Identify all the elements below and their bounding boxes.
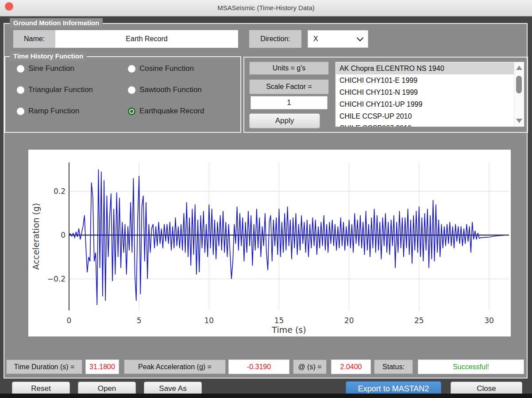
list-item[interactable]: CHILE CCSP007 2010 — [336, 122, 514, 127]
direction-select[interactable]: X — [308, 30, 368, 48]
record-list: AK Chopra ELCENTRO NS 1940CHICHI CHY101-… — [336, 62, 514, 126]
time-duration-label: Time Duration (s) = — [6, 359, 82, 374]
name-label: Name: — [13, 30, 55, 48]
radio-unselected-icon[interactable] — [17, 108, 24, 115]
radio-option-cosine-function[interactable]: Cosine Function — [128, 64, 239, 73]
direction-label: Direction: — [249, 30, 301, 48]
svg-text:0: 0 — [61, 231, 66, 240]
scale-factor-label: Scale Factor = — [249, 79, 329, 94]
svg-text:Acceleration (g): Acceleration (g) — [31, 203, 41, 270]
scale-factor-input[interactable] — [251, 96, 328, 109]
radio-option-earthquake-record[interactable]: Earthquake Record — [128, 107, 239, 116]
svg-text:0.2: 0.2 — [54, 187, 66, 196]
peak-acceleration-value: -0.3190 — [228, 359, 289, 374]
at-seconds-value: 2.0400 — [331, 359, 371, 374]
radio-option-sawtooth-function[interactable]: Sawtooth Function — [128, 85, 239, 94]
radio-unselected-icon[interactable] — [128, 65, 135, 73]
record-listbox: AK Chopra ELCENTRO NS 1940CHICHI CHY101-… — [335, 62, 524, 127]
direction-selected-value: X — [313, 35, 318, 43]
record-list-scrollbar[interactable] — [514, 62, 524, 126]
units-label: Units = g's — [249, 62, 329, 75]
name-input[interactable] — [55, 30, 238, 48]
chevron-down-icon — [357, 34, 364, 41]
svg-text:5: 5 — [137, 316, 142, 325]
window-bottom-edge — [0, 394, 532, 398]
time-duration-value: 31.1800 — [85, 359, 119, 374]
radio-option-ramp-function[interactable]: Ramp Function — [17, 107, 128, 116]
list-item[interactable]: CHICHI CHY101-N 1999 — [336, 86, 514, 98]
function-options: Sine FunctionCosine FunctionTriangular F… — [17, 58, 239, 122]
scrollbar-thumb[interactable] — [516, 76, 522, 93]
radio-option-label: Sine Function — [28, 64, 74, 73]
at-seconds-label: @ (s) = — [293, 359, 327, 374]
scroll-down-icon[interactable] — [516, 119, 522, 123]
list-item[interactable]: CHICHI CHY101-E 1999 — [336, 74, 514, 86]
radio-option-label: Triangular Function — [28, 85, 93, 94]
radio-unselected-icon[interactable] — [128, 86, 135, 94]
acceleration-time-chart: 0510152025300.20−0.2Acceleration (g)Time… — [28, 150, 511, 336]
ground-motion-legend: Ground Motion Information — [10, 18, 103, 28]
radio-unselected-icon[interactable] — [17, 86, 24, 94]
svg-text:−0.2: −0.2 — [47, 274, 66, 283]
svg-text:Time (s): Time (s) — [271, 325, 306, 335]
apply-button[interactable]: Apply — [249, 113, 320, 128]
list-item[interactable]: CHICHI CHY101-UP 1999 — [336, 98, 514, 110]
radio-option-label: Cosine Function — [139, 64, 194, 73]
svg-text:20: 20 — [344, 316, 354, 325]
close-window-button[interactable] — [5, 2, 13, 11]
window-title: MSASeismic (Time-History Data) — [0, 0, 532, 16]
radio-option-label: Earthquake Record — [139, 107, 204, 116]
list-item[interactable]: AK Chopra ELCENTRO NS 1940 — [336, 62, 514, 74]
list-item[interactable]: CHILE CCSP-UP 2010 — [336, 110, 514, 122]
peak-acceleration-label: Peak Acceleration (g) = — [124, 359, 226, 374]
svg-text:25: 25 — [414, 316, 424, 325]
radio-option-label: Ramp Function — [28, 107, 79, 116]
svg-text:30: 30 — [484, 316, 494, 325]
status-label: Status: — [374, 359, 413, 374]
mssaseismic-window: MSASeismic (Time-History Data) Ground Mo… — [0, 0, 532, 398]
svg-text:15: 15 — [274, 316, 284, 325]
svg-text:0: 0 — [67, 316, 72, 325]
scroll-up-icon[interactable] — [516, 66, 522, 70]
acceleration-chart-panel: 0510152025300.20−0.2Acceleration (g)Time… — [28, 150, 511, 336]
radio-selected-icon[interactable] — [128, 108, 135, 115]
radio-option-triangular-function[interactable]: Triangular Function — [17, 85, 128, 94]
radio-unselected-icon[interactable] — [17, 65, 24, 73]
radio-option-label: Sawtooth Function — [139, 85, 202, 94]
radio-option-sine-function[interactable]: Sine Function — [17, 64, 128, 73]
status-value: Successful! — [418, 359, 524, 374]
svg-text:10: 10 — [204, 316, 214, 325]
